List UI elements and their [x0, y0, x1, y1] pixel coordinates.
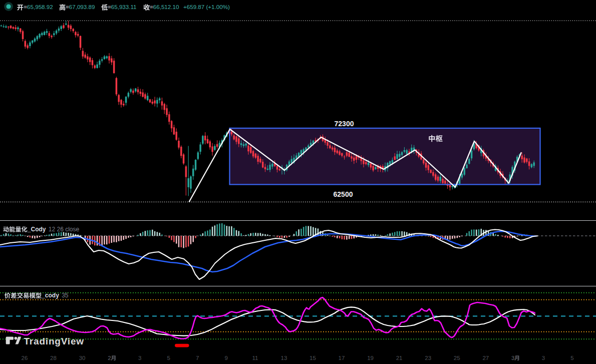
- svg-text:3: 3: [138, 355, 141, 361]
- svg-text:23: 23: [425, 355, 431, 361]
- svg-text:=65,933.11: =65,933.11: [108, 4, 137, 10]
- svg-text:7: 7: [196, 355, 199, 361]
- svg-text:15: 15: [310, 355, 316, 361]
- svg-text:30: 30: [79, 355, 86, 361]
- svg-text:19: 19: [367, 355, 374, 361]
- svg-text:62500: 62500: [334, 190, 353, 198]
- svg-text:35: 35: [62, 292, 69, 299]
- svg-text:25: 25: [454, 355, 460, 361]
- svg-text:_cody: _cody: [41, 292, 59, 299]
- svg-text:=65,958.92: =65,958.92: [24, 4, 53, 10]
- svg-text:3: 3: [542, 355, 545, 361]
- svg-text:17: 17: [339, 355, 345, 361]
- svg-text:_Cody: _Cody: [27, 226, 46, 233]
- svg-text:TradingView: TradingView: [24, 336, 84, 346]
- svg-text:5: 5: [167, 355, 170, 361]
- svg-text:28: 28: [50, 355, 57, 361]
- svg-text:=66,512.10: =66,512.10: [150, 4, 179, 10]
- svg-text:26: 26: [22, 355, 28, 361]
- svg-text:=67,093.89: =67,093.89: [66, 4, 95, 10]
- svg-text:+659.87 (+1.00%): +659.87 (+1.00%): [183, 4, 230, 10]
- svg-text:27: 27: [482, 355, 489, 361]
- svg-text:5: 5: [570, 355, 573, 361]
- svg-text:13: 13: [281, 355, 287, 361]
- svg-text:11: 11: [252, 355, 258, 361]
- svg-text:3: 3: [511, 355, 514, 361]
- svg-text:2: 2: [108, 355, 111, 361]
- svg-text:21: 21: [396, 355, 403, 361]
- svg-text:12 26 close: 12 26 close: [49, 226, 80, 233]
- svg-text:9: 9: [225, 355, 228, 361]
- svg-text:72300: 72300: [335, 120, 354, 128]
